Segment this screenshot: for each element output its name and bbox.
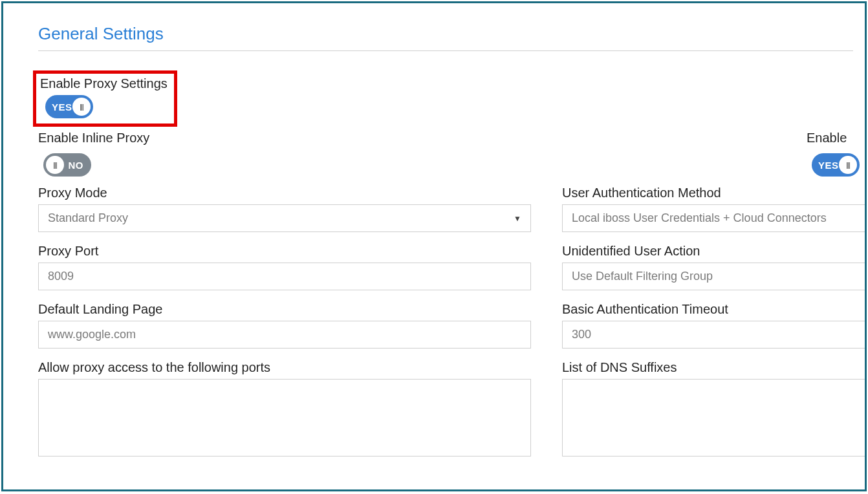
proxy-port-input[interactable] [38, 263, 531, 290]
enable-inline-proxy-label: Enable Inline Proxy [38, 131, 149, 145]
basic-auth-timeout-input[interactable] [562, 321, 866, 349]
toggle-state-text: NO [69, 160, 84, 171]
auth-method-value: Local iboss User Credentials + Cloud Con… [572, 211, 827, 225]
grip-icon: ||| [846, 162, 849, 169]
proxy-mode-label: Proxy Mode [38, 186, 531, 200]
basic-auth-timeout-label: Basic Authentication Timeout [562, 302, 866, 317]
enable-proxy-toggle[interactable]: YES ||| [45, 95, 93, 118]
enable-right-toggle[interactable]: YES ||| [812, 153, 860, 177]
toggle-knob: ||| [46, 156, 64, 174]
grip-icon: ||| [53, 162, 56, 169]
dns-suffixes-label: List of DNS Suffixes [562, 360, 866, 375]
dns-suffixes-textarea[interactable] [562, 379, 866, 456]
proxy-mode-select[interactable]: Standard Proxy ▼ [38, 204, 531, 232]
enable-inline-proxy-block: Enable Inline Proxy NO ||| [38, 131, 149, 177]
toggle-state-text: YES [818, 160, 839, 171]
unidentified-user-select[interactable]: Use Default Filtering Group [562, 263, 866, 290]
landing-page-label: Default Landing Page [38, 302, 531, 317]
enable-right-label: Enable [807, 131, 860, 145]
section-divider [38, 50, 853, 51]
section-title: General Settings [38, 24, 867, 44]
toggle-knob: ||| [72, 98, 91, 116]
toggle-state-text: YES [52, 102, 72, 113]
settings-panel-frame: General Settings Enable Proxy Settings Y… [1, 1, 867, 491]
enable-proxy-highlight: Enable Proxy Settings YES ||| [33, 70, 177, 127]
grip-icon: ||| [80, 103, 83, 111]
allow-ports-label: Allow proxy access to the following port… [38, 360, 531, 375]
chevron-down-icon: ▼ [514, 214, 521, 223]
auth-method-label: User Authentication Method [562, 186, 866, 200]
enable-proxy-label: Enable Proxy Settings [40, 76, 168, 91]
proxy-port-label: Proxy Port [38, 244, 531, 259]
enable-right-block: Enable YES ||| [807, 131, 860, 177]
enable-inline-proxy-toggle[interactable]: NO ||| [43, 153, 91, 177]
unidentified-user-value: Use Default Filtering Group [572, 270, 713, 283]
landing-page-input[interactable] [38, 321, 531, 349]
unidentified-user-label: Unidentified User Action [562, 244, 866, 259]
allow-ports-textarea[interactable] [38, 379, 531, 456]
proxy-mode-value: Standard Proxy [48, 211, 128, 225]
settings-panel: General Settings Enable Proxy Settings Y… [3, 3, 867, 471]
toggle-knob: ||| [839, 156, 857, 174]
auth-method-select[interactable]: Local iboss User Credentials + Cloud Con… [562, 204, 866, 232]
